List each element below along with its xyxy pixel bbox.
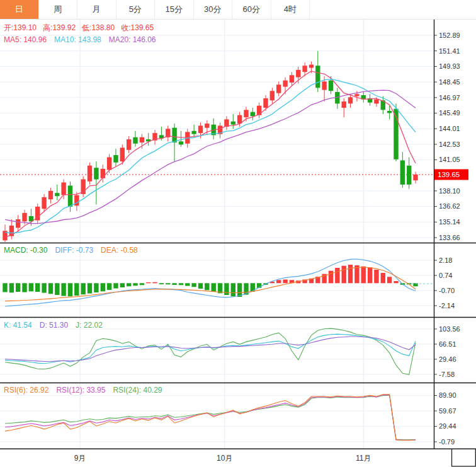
k-value: K: 41.54	[4, 321, 32, 330]
rsi-axis-label: -0.79	[439, 438, 455, 446]
macd-hist-bar	[127, 283, 131, 286]
price-axis-label: 142.53	[439, 141, 460, 148]
macd-hist-bar	[172, 283, 176, 285]
macd-axis-label: 2.18	[439, 257, 452, 264]
macd-hist-bar	[381, 273, 385, 283]
rsi-header: RSI(6): 26.92 RSI(12): 33.95 RSI(24): 40…	[4, 386, 162, 395]
stock-chart-app: 日周月5分15分30分60分4时 152.89151.41149.93148.4…	[0, 0, 476, 467]
macd-axis-label: -2.14	[439, 302, 455, 309]
macd-hist-bar	[81, 283, 86, 294]
macd-header: MACD: -0.30 DIFF: -0.73 DEA: -0.58	[4, 246, 138, 255]
tab-5min[interactable]: 5分	[116, 0, 156, 19]
price-axis-label: 133.66	[439, 234, 460, 241]
macd-hist-bar	[94, 283, 98, 292]
tab-15min[interactable]: 15分	[155, 0, 194, 19]
open-label: 开:139.10	[4, 23, 37, 33]
rsi-axis-label: 29.44	[439, 422, 456, 430]
macd-hist-bar	[74, 283, 79, 296]
macd-hist-bar	[185, 283, 190, 285]
ma-header: MA5: 140.96 MA10: 143.98 MA20: 146.06	[4, 35, 156, 44]
chart-canvas[interactable]: 152.89151.41149.93148.45146.97145.49144.…	[0, 0, 476, 467]
macd-hist-bar	[55, 283, 59, 295]
macd-hist-bar	[342, 266, 346, 284]
macd-hist-bar	[179, 283, 183, 285]
macd-hist-bar	[348, 265, 353, 283]
kdj-axis-label: -7.58	[439, 371, 455, 378]
macd-hist-bar	[166, 283, 170, 284]
low-label: 低:138.80	[82, 23, 115, 33]
macd-hist-bar	[48, 283, 53, 294]
axis-corner-box	[452, 449, 476, 466]
diff-value: DIFF: -0.73	[55, 246, 93, 255]
rsi12-value: RSI(12): 33.95	[56, 386, 105, 395]
price-axis-label: 138.10	[439, 187, 460, 195]
macd-hist-bar	[101, 283, 105, 291]
candles	[3, 65, 417, 241]
x-axis-label: 9月	[74, 454, 86, 463]
macd-hist-bar	[22, 283, 26, 292]
macd-hist-bar	[3, 283, 7, 292]
rsi12-line	[5, 395, 416, 441]
rsi-axis-label: 59.67	[439, 407, 456, 415]
tab-4hour[interactable]: 4时	[271, 0, 310, 19]
kdj-axis-label: 29.46	[439, 355, 456, 363]
macd-hist-bar	[88, 283, 92, 293]
rsi-axis-label: 89.90	[439, 391, 456, 399]
high-label: 高:139.92	[43, 23, 76, 33]
macd-axis-label: 0.74	[439, 272, 452, 279]
rsi24-value: RSI(24): 40.29	[113, 386, 162, 395]
price-axis-label: 146.97	[439, 94, 460, 101]
ohlc-header: 开:139.10 高:139.92 低:138.80 收:139.65	[4, 23, 154, 33]
price-axis-label: 136.62	[439, 202, 460, 210]
macd-hist-bar	[191, 283, 196, 287]
ma20-value: MA20: 146.06	[109, 35, 156, 44]
price-axis-label: 141.05	[439, 156, 460, 163]
price-axis-label: 135.14	[439, 218, 460, 226]
macd-axis-label: -0.70	[439, 287, 455, 294]
macd-hist-bar	[212, 283, 216, 292]
macd-hist-bar	[152, 282, 157, 284]
tab-day[interactable]: 日	[0, 0, 39, 19]
macd-hist-bar	[198, 283, 203, 289]
tab-month[interactable]: 月	[77, 0, 116, 19]
macd-hist-bar	[224, 283, 229, 295]
x-axis-label: 11月	[356, 454, 371, 463]
tab-week[interactable]: 周	[39, 0, 78, 19]
kdj-axis-label: 103.56	[439, 325, 460, 333]
tab-60min[interactable]: 60分	[232, 0, 271, 19]
macd-hist-bar	[368, 267, 372, 283]
macd-hist-bar	[205, 283, 209, 290]
rsi6-value: RSI(6): 26.92	[4, 386, 48, 395]
dea-value: DEA: -0.58	[101, 246, 138, 255]
timeframe-tabs: 日周月5分15分30分60分4时	[0, 0, 476, 20]
macd-hist-bar	[283, 280, 287, 284]
macd-hist-bar	[276, 280, 281, 283]
rsi6-line	[5, 395, 416, 441]
macd-hist-bar	[16, 283, 20, 292]
current-price-badge-text: 139.65	[438, 171, 460, 178]
macd-hist-bar	[394, 281, 398, 283]
macd-hist-bar	[361, 267, 366, 284]
d-line	[5, 337, 416, 362]
macd-hist-bar	[42, 283, 46, 292]
macd-hist-bar	[140, 283, 144, 285]
macd-hist-bar	[387, 277, 392, 283]
macd-hist-bar	[61, 283, 65, 296]
close-label: 收:139.65	[121, 23, 154, 33]
macd-hist-bar	[146, 282, 150, 283]
macd-hist-bar	[68, 283, 72, 296]
macd-hist-bar	[335, 268, 339, 283]
macd-hist-bar	[9, 283, 14, 292]
price-axis-label: 151.41	[439, 47, 460, 55]
ma20-line	[5, 90, 416, 224]
macd-hist-bar	[113, 283, 118, 288]
x-axis-label: 10月	[217, 454, 232, 463]
diff-line	[5, 259, 416, 306]
macd-hist-bar	[329, 271, 333, 284]
tab-30min[interactable]: 30分	[194, 0, 233, 19]
price-axis-label: 149.93	[439, 62, 460, 70]
macd-hist-bar	[29, 283, 33, 291]
ma5-line	[5, 71, 416, 237]
macd-hist-bar	[35, 283, 40, 292]
kdj-axis-label: 66.51	[439, 340, 456, 348]
